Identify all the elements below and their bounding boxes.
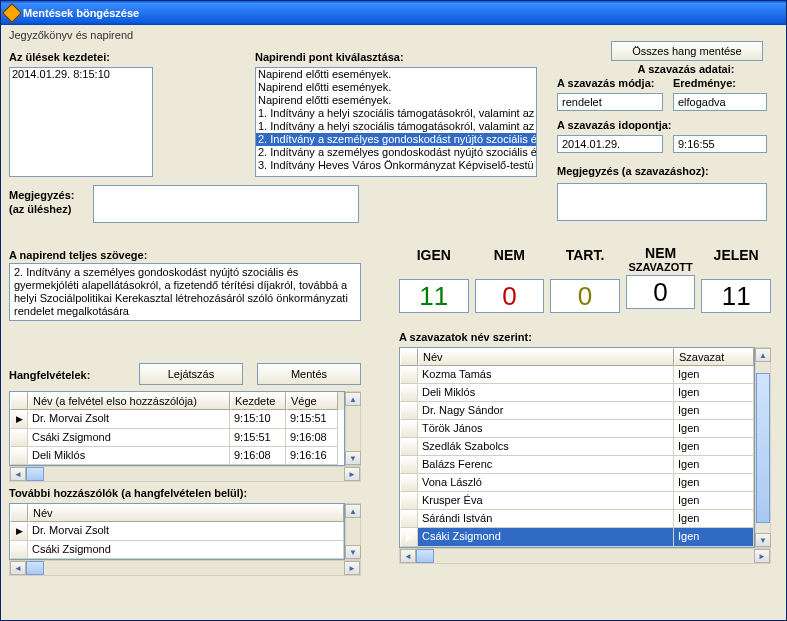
sessions-listbox[interactable]: 2014.01.29. 8:15:10	[9, 67, 153, 177]
session-note-field[interactable]	[93, 185, 359, 223]
votes-vscroll[interactable]: ▲ ▼	[755, 347, 771, 548]
agenda-item[interactable]: 1. Indítvány a helyi szociális támogatás…	[256, 120, 536, 133]
table-row[interactable]: Török JánosIgen	[400, 420, 754, 438]
session-note-label2: (az üléshez)	[9, 203, 71, 215]
speakers-label: További hozzászólók (a hangfelvételen be…	[9, 487, 247, 499]
speakers-grid-wrap: Név ▶Dr. Morvai ZsoltCsáki Zsigmond ▲ ▼ …	[9, 503, 361, 576]
scroll-left-icon[interactable]: ◄	[10, 467, 26, 481]
col-name-speaker[interactable]: Név	[28, 504, 344, 522]
table-row[interactable]: Csáki Zsigmond9:15:519:16:08	[10, 429, 344, 447]
table-row[interactable]: Sárándi IstvánIgen	[400, 510, 754, 528]
agenda-item[interactable]: 2. Indítvány a személyes gondoskodást ny…	[256, 146, 536, 159]
agenda-item[interactable]: 1. Indítvány a helyi szociális támogatás…	[256, 107, 536, 120]
vote-hdr-nem: NEM	[494, 247, 525, 263]
votes-hscroll[interactable]: ◄ ►	[399, 548, 771, 564]
vote-hdr-jelen: JELEN	[714, 247, 759, 263]
vote-counts-row: IGEN 11 NEM 0 TART. 0 NEM SZAVAZOTT 0 JE…	[399, 247, 771, 313]
scroll-thumb[interactable]	[26, 561, 44, 575]
scroll-up-icon[interactable]: ▲	[755, 348, 771, 362]
agenda-item[interactable]: 2. Indítvány a személyes gondoskodást ny…	[256, 133, 536, 146]
vote-box-nemsz: 0	[626, 275, 696, 309]
col-name-rec[interactable]: Név (a felvétel elso hozzászólója)	[28, 392, 230, 410]
table-row[interactable]: ▶Dr. Morvai Zsolt	[10, 522, 344, 541]
agenda-listbox[interactable]: Napirend előtti események.Napirend előtt…	[255, 67, 537, 177]
scroll-right-icon[interactable]: ►	[344, 561, 360, 575]
save-all-audio-button[interactable]: Összes hang mentése	[611, 41, 763, 61]
agenda-full-text[interactable]: 2. Indítvány a személyes gondoskodást ny…	[9, 263, 361, 321]
scroll-down-icon[interactable]: ▼	[345, 545, 361, 559]
scroll-down-icon[interactable]: ▼	[755, 533, 771, 547]
table-row[interactable]: Csáki Zsigmond	[10, 541, 344, 559]
scroll-right-icon[interactable]: ►	[754, 549, 770, 563]
scroll-left-icon[interactable]: ◄	[10, 561, 26, 575]
scroll-right-icon[interactable]: ►	[344, 467, 360, 481]
speakers-grid[interactable]: Név ▶Dr. Morvai ZsoltCsáki Zsigmond	[9, 503, 345, 560]
speakers-vscroll[interactable]: ▲ ▼	[345, 503, 361, 560]
agenda-item[interactable]: 3. Indítvány Heves Város Önkormányzat Ké…	[256, 159, 536, 172]
scroll-thumb[interactable]	[756, 373, 770, 523]
scroll-left-icon[interactable]: ◄	[400, 549, 416, 563]
agenda-full-label: A napirend teljes szövege:	[9, 249, 147, 261]
scroll-thumb[interactable]	[416, 549, 434, 563]
session-note-label: Megjegyzés:	[9, 189, 74, 201]
window: Mentések böngészése Jegyzőkönyv és napir…	[0, 0, 787, 621]
vote-box-jelen: 11	[701, 279, 771, 313]
speakers-hscroll[interactable]: ◄ ►	[9, 560, 361, 576]
vote-result-field[interactable]: elfogadva	[673, 93, 767, 111]
vote-date-field[interactable]: 2014.01.29.	[557, 135, 663, 153]
app-icon	[2, 3, 22, 23]
table-row[interactable]: Szedlák SzabolcsIgen	[400, 438, 754, 456]
recordings-vscroll[interactable]: ▲ ▼	[345, 391, 361, 466]
votes-grid[interactable]: Név Szavazat Kozma TamásIgenDeli MiklósI…	[399, 347, 755, 548]
vote-col-igen: IGEN 11	[399, 247, 469, 313]
vote-hdr-tart: TART.	[566, 247, 605, 263]
vote-time-label: A szavazás idopontja:	[557, 119, 672, 131]
titlebar[interactable]: Mentések böngészése	[1, 1, 786, 25]
save-button[interactable]: Mentés	[257, 363, 361, 385]
table-row[interactable]: Krusper ÉvaIgen	[400, 492, 754, 510]
col-end[interactable]: Vége	[286, 392, 338, 410]
table-row[interactable]: ▶Dr. Morvai Zsolt9:15:109:15:51	[10, 410, 344, 429]
vote-box-tart: 0	[550, 279, 620, 313]
table-row[interactable]: Dr. Nagy SándorIgen	[400, 402, 754, 420]
recordings-grid[interactable]: Név (a felvétel elso hozzászólója) Kezde…	[9, 391, 345, 466]
vote-col-jelen: JELEN 11	[701, 247, 771, 313]
vote-mode-field[interactable]: rendelet	[557, 93, 663, 111]
col-start[interactable]: Kezdete	[230, 392, 286, 410]
window-title: Mentések böngészése	[23, 7, 139, 19]
vote-col-nemsz: NEM SZAVAZOTT 0	[626, 247, 696, 313]
table-row[interactable]: Kozma TamásIgen	[400, 366, 754, 384]
recordings-hscroll[interactable]: ◄ ►	[9, 466, 361, 482]
agenda-item[interactable]: Napirend előtti események.	[256, 68, 536, 81]
table-row[interactable]: ▶Csáki ZsigmondIgen	[400, 528, 754, 547]
agenda-select-label: Napirendi pont kiválasztása:	[255, 51, 404, 63]
table-row[interactable]: Balázs FerencIgen	[400, 456, 754, 474]
vote-mode-label: A szavazás módja:	[557, 77, 654, 89]
col-vote[interactable]: Szavazat	[674, 348, 754, 366]
vote-col-nem: NEM 0	[475, 247, 545, 313]
recordings-label: Hangfelvételek:	[9, 369, 90, 381]
vote-data-label: A szavazás adatai:	[597, 63, 775, 75]
vote-hdr-igen: IGEN	[417, 247, 451, 263]
body: Az ülések kezdetei: 2014.01.29. 8:15:10 …	[1, 45, 786, 620]
session-item[interactable]: 2014.01.29. 8:15:10	[10, 68, 152, 81]
vote-hdr-nemsz1: NEM	[645, 247, 676, 259]
vote-box-nem: 0	[475, 279, 545, 313]
vote-hdr-nemsz2: SZAVAZOTT	[628, 261, 692, 273]
vote-result-label: Eredménye:	[673, 77, 736, 89]
scroll-up-icon[interactable]: ▲	[345, 392, 361, 406]
scroll-thumb[interactable]	[26, 467, 44, 481]
scroll-down-icon[interactable]: ▼	[345, 451, 361, 465]
table-row[interactable]: Deli MiklósIgen	[400, 384, 754, 402]
vote-time-field[interactable]: 9:16:55	[673, 135, 767, 153]
scroll-up-icon[interactable]: ▲	[345, 504, 361, 518]
table-row[interactable]: Vona LászlóIgen	[400, 474, 754, 492]
agenda-item[interactable]: Napirend előtti események.	[256, 81, 536, 94]
agenda-item[interactable]: Napirend előtti események.	[256, 94, 536, 107]
vote-col-tart: TART. 0	[550, 247, 620, 313]
table-row[interactable]: Deli Miklós9:16:089:16:16	[10, 447, 344, 465]
play-button[interactable]: Lejátszás	[139, 363, 243, 385]
votes-grid-wrap: Név Szavazat Kozma TamásIgenDeli MiklósI…	[399, 347, 771, 564]
col-name-vote[interactable]: Név	[418, 348, 674, 366]
vote-note-field[interactable]	[557, 183, 767, 221]
